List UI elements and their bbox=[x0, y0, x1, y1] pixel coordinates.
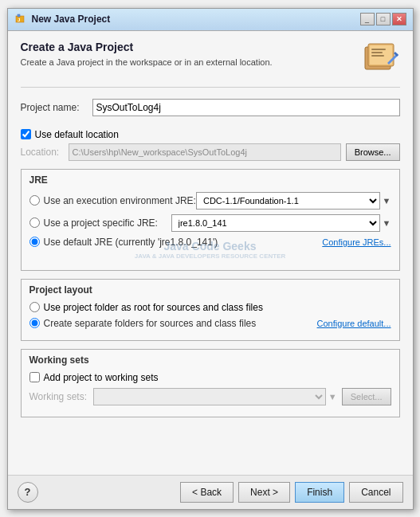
default-location-checkbox[interactable] bbox=[21, 129, 31, 139]
header-text: Create a Java Project Create a Java proj… bbox=[21, 41, 352, 69]
header-icon bbox=[362, 41, 400, 79]
header-section: Create a Java Project Create a Java proj… bbox=[21, 41, 400, 88]
jre-default-label: Use default JRE (currently 'jre1.8.0_141… bbox=[44, 237, 318, 248]
working-sets-label: Working sets: bbox=[29, 391, 93, 402]
jre-default-radio[interactable] bbox=[29, 237, 40, 247]
location-label: Location: bbox=[21, 147, 69, 158]
minimize-button[interactable]: _ bbox=[360, 13, 375, 25]
jre-execution-select[interactable]: CDC-1.1/Foundation-1.1 bbox=[196, 192, 380, 210]
add-to-working-sets-checkbox[interactable] bbox=[29, 372, 40, 382]
jre-option2-row: Use a project specific JRE: jre1.8.0_141… bbox=[29, 214, 391, 232]
project-layout-group: Project layout Use project folder as roo… bbox=[21, 279, 400, 341]
svg-rect-7 bbox=[371, 52, 383, 53]
jre-execution-radio[interactable] bbox=[29, 195, 40, 206]
window-title: New Java Project bbox=[32, 14, 360, 25]
layout-project-root-label: Use project folder as root for sources a… bbox=[44, 302, 263, 313]
content-area: Create a Java Project Create a Java proj… bbox=[8, 31, 413, 475]
jre-specific-label: Use a project specific JRE: bbox=[44, 217, 171, 229]
jre-option1-row: Use an execution environment JRE: CDC-1.… bbox=[29, 192, 391, 210]
configure-jres-link[interactable]: Configure JREs... bbox=[322, 237, 391, 247]
working-sets-title: Working sets bbox=[29, 354, 391, 366]
close-button[interactable]: ✕ bbox=[392, 13, 406, 25]
svg-rect-1 bbox=[18, 14, 20, 17]
jre-specific-select[interactable]: jre1.8.0_141 bbox=[171, 214, 380, 232]
jre-execution-label: Use an execution environment JRE: bbox=[44, 195, 196, 206]
configure-default-link[interactable]: Configure default... bbox=[317, 319, 391, 328]
watermark-line2: JAVA & JAVA DEVELOPERS RESOURCE CENTER bbox=[135, 253, 286, 260]
project-name-row: Project name: bbox=[21, 99, 400, 116]
layout-option2-row: Create separate folders for sources and … bbox=[29, 318, 391, 329]
layout-project-root-radio[interactable] bbox=[29, 302, 40, 312]
cancel-button[interactable]: Cancel bbox=[349, 482, 402, 503]
bottom-right-buttons: < Back Next > Finish Cancel bbox=[180, 482, 402, 503]
header-title: Create a Java Project bbox=[21, 41, 352, 53]
working-sets-select[interactable] bbox=[93, 388, 326, 405]
layout-option1-row: Use project folder as root for sources a… bbox=[29, 302, 391, 313]
next-button[interactable]: Next > bbox=[238, 482, 290, 503]
project-name-section: Project name: bbox=[21, 99, 400, 121]
project-name-input[interactable] bbox=[92, 99, 400, 116]
default-location-label: Use default location bbox=[35, 129, 119, 140]
back-button[interactable]: < Back bbox=[180, 482, 234, 503]
header-subtitle: Create a Java project in the workspace o… bbox=[21, 57, 352, 69]
jre-specific-radio[interactable] bbox=[29, 217, 40, 228]
select-working-sets-button[interactable]: Select... bbox=[342, 388, 391, 405]
jre-option3-row: Use default JRE (currently 'jre1.8.0_141… bbox=[29, 237, 391, 248]
layout-separate-folders-radio[interactable] bbox=[29, 318, 40, 328]
working-sets-group: Working sets Add project to working sets… bbox=[21, 349, 400, 417]
window-icon: J bbox=[14, 13, 27, 25]
add-to-working-sets-label: Add project to working sets bbox=[44, 372, 159, 383]
layout-separate-folders-label: Create separate folders for sources and … bbox=[44, 318, 312, 329]
project-layout-title: Project layout bbox=[29, 284, 391, 296]
jre-group: JRE Use an execution environment JRE: CD… bbox=[21, 169, 400, 271]
browse-button[interactable]: Browse... bbox=[346, 143, 400, 161]
default-location-row: Use default location bbox=[21, 129, 400, 140]
working-sets-select-row: Working sets: ▼ Select... bbox=[29, 388, 391, 405]
watermark-container: Java Code Geeks JAVA & JAVA DEVELOPERS R… bbox=[29, 248, 391, 264]
new-java-project-window: J New Java Project _ □ ✕ Create a Java P… bbox=[7, 8, 414, 510]
project-name-label: Project name: bbox=[21, 102, 92, 113]
window-controls: _ □ ✕ bbox=[360, 13, 406, 25]
location-input[interactable] bbox=[69, 143, 341, 161]
maximize-button[interactable]: □ bbox=[376, 13, 391, 25]
finish-button[interactable]: Finish bbox=[295, 482, 344, 503]
bottom-bar: ? < Back Next > Finish Cancel bbox=[8, 475, 413, 509]
title-bar: J New Java Project _ □ ✕ bbox=[8, 9, 413, 31]
help-button[interactable]: ? bbox=[18, 482, 38, 503]
svg-text:J: J bbox=[18, 18, 20, 22]
add-to-working-sets-row: Add project to working sets bbox=[29, 372, 391, 383]
svg-rect-8 bbox=[371, 55, 384, 57]
jre-title: JRE bbox=[29, 174, 391, 186]
location-row: Location: Browse... bbox=[21, 143, 400, 161]
svg-rect-6 bbox=[371, 49, 386, 50]
